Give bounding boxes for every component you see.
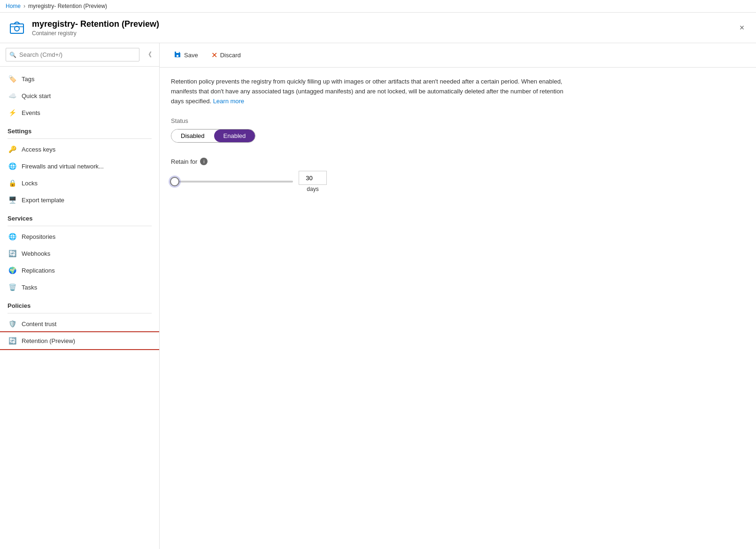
sidebar-item-label: Tasks xyxy=(22,284,37,291)
days-label: days xyxy=(307,186,318,192)
sidebar-item-tasks[interactable]: 🗑️ Tasks xyxy=(0,279,159,296)
settings-section-header: Settings xyxy=(0,121,159,137)
tasks-icon: 🗑️ xyxy=(8,282,17,292)
description-text: Retention policy prevents the registry f… xyxy=(171,77,575,106)
sidebar-item-export-template[interactable]: 🖥️ Export template xyxy=(0,191,159,208)
sidebar-item-label: Firewalls and virtual network... xyxy=(22,163,104,170)
sidebar-item-label: Quick start xyxy=(22,92,51,99)
toggle-enabled[interactable]: Enabled xyxy=(214,130,255,142)
sidebar-item-label: Content trust xyxy=(22,320,56,328)
access-keys-icon: 🔑 xyxy=(8,145,17,154)
sidebar-item-webhooks[interactable]: 🔄 Webhooks xyxy=(0,245,159,262)
services-section-header: Services xyxy=(0,208,159,224)
info-icon[interactable]: i xyxy=(200,158,208,165)
quickstart-icon: ☁️ xyxy=(8,91,17,100)
locks-icon: 🔒 xyxy=(8,178,17,188)
sidebar-item-label: Access keys xyxy=(22,146,55,153)
toggle-disabled[interactable]: Disabled xyxy=(171,130,214,142)
sidebar-item-label: Repositories xyxy=(22,233,55,240)
status-label: Status xyxy=(171,117,745,124)
retain-section: Retain for i days xyxy=(171,158,745,192)
sidebar-item-label: Tags xyxy=(22,76,34,83)
sidebar-item-label: Retention (Preview) xyxy=(22,337,75,344)
webhooks-icon: 🔄 xyxy=(8,249,17,258)
events-icon: ⚡ xyxy=(8,108,17,117)
repositories-icon: 🌐 xyxy=(8,232,17,241)
sidebar-item-quickstart[interactable]: ☁️ Quick start xyxy=(0,87,159,104)
save-button[interactable]: Save xyxy=(169,48,203,62)
header-icon xyxy=(8,18,26,37)
retention-icon: 🔄 xyxy=(8,336,17,345)
days-input[interactable] xyxy=(299,171,327,185)
sidebar-item-locks[interactable]: 🔒 Locks xyxy=(0,175,159,191)
sidebar-collapse-button[interactable]: 《 xyxy=(143,49,154,61)
policies-section-header: Policies xyxy=(0,296,159,311)
services-divider xyxy=(8,226,152,226)
discard-label: Discard xyxy=(220,52,241,59)
sidebar-item-label: Locks xyxy=(22,180,38,187)
search-icon: 🔍 xyxy=(9,52,16,58)
sidebar-item-content-trust[interactable]: 🛡️ Content trust xyxy=(0,315,159,332)
toolbar: Save ✕ Discard xyxy=(160,43,756,68)
header-text: myregistry- Retention (Preview) Containe… xyxy=(32,19,159,37)
save-icon xyxy=(174,51,181,60)
search-input[interactable] xyxy=(6,48,139,61)
sidebar-item-retention[interactable]: 🔄 Retention (Preview) xyxy=(0,332,159,349)
sidebar-item-access-keys[interactable]: 🔑 Access keys xyxy=(0,141,159,158)
sidebar-item-repositories[interactable]: 🌐 Repositories xyxy=(0,228,159,245)
sidebar-item-label: Replications xyxy=(22,267,55,274)
svg-rect-0 xyxy=(10,24,23,33)
sidebar-item-label: Webhooks xyxy=(22,250,50,257)
sidebar-item-firewalls[interactable]: 🌐 Firewalls and virtual network... xyxy=(0,158,159,175)
status-toggle[interactable]: Disabled Enabled xyxy=(171,129,255,143)
export-template-icon: 🖥️ xyxy=(8,195,17,205)
sidebar-item-replications[interactable]: 🌍 Replications xyxy=(0,262,159,279)
page-header: myregistry- Retention (Preview) Containe… xyxy=(0,13,756,43)
retain-label: Retain for i xyxy=(171,158,745,165)
discard-icon: ✕ xyxy=(211,51,217,60)
days-input-wrap: days xyxy=(299,171,327,192)
sidebar-nav: 🏷️ Tags ☁️ Quick start ⚡ Events Settings… xyxy=(0,67,159,353)
retain-slider-wrap xyxy=(171,176,293,187)
learn-more-link[interactable]: Learn more xyxy=(213,98,244,105)
settings-divider xyxy=(8,138,152,139)
content-trust-icon: 🛡️ xyxy=(8,319,17,328)
breadcrumb-home[interactable]: Home xyxy=(6,3,21,9)
sidebar-item-label: Export template xyxy=(22,197,64,204)
breadcrumb: Home › myregistry- Retention (Preview) xyxy=(0,0,756,13)
policies-divider xyxy=(8,313,152,313)
main-container: 🔍 《 🏷️ Tags ☁️ Quick start ⚡ Events Sett… xyxy=(0,43,756,549)
sidebar: 🔍 《 🏷️ Tags ☁️ Quick start ⚡ Events Sett… xyxy=(0,43,160,549)
breadcrumb-separator: › xyxy=(23,3,25,9)
close-button[interactable]: × xyxy=(735,21,748,34)
breadcrumb-current: myregistry- Retention (Preview) xyxy=(28,3,107,9)
content-body: Retention policy prevents the registry f… xyxy=(160,68,756,202)
slider-row: days xyxy=(171,171,745,192)
firewalls-icon: 🌐 xyxy=(8,161,17,171)
save-label: Save xyxy=(184,52,198,59)
page-subtitle: Container registry xyxy=(32,30,159,37)
page-title: myregistry- Retention (Preview) xyxy=(32,19,159,29)
sidebar-item-events[interactable]: ⚡ Events xyxy=(0,104,159,121)
tags-icon: 🏷️ xyxy=(8,74,17,84)
discard-button[interactable]: ✕ Discard xyxy=(207,48,246,62)
sidebar-item-tags[interactable]: 🏷️ Tags xyxy=(0,70,159,87)
content-area: Save ✕ Discard Retention policy prevents… xyxy=(160,43,756,549)
sidebar-item-label: Events xyxy=(22,109,40,116)
replications-icon: 🌍 xyxy=(8,266,17,275)
